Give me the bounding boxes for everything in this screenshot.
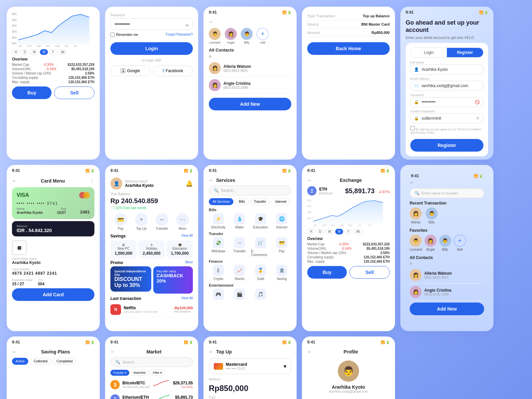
pay-action[interactable]: 💳 Pay	[114, 213, 127, 230]
filter-w[interactable]: W	[30, 49, 38, 55]
service-ent3[interactable]: 🎵	[251, 289, 270, 300]
service-saving[interactable]: 🏦 Saving	[272, 265, 292, 281]
more-action[interactable]: ⋯ More	[176, 213, 189, 230]
services-search[interactable]: 🔍 Search...	[209, 186, 291, 196]
show-password-icon[interactable]: 👁	[185, 23, 190, 28]
market-filter-filter[interactable]: Filter ▾	[150, 370, 165, 376]
service-electricity[interactable]: ⚡ Electricity	[209, 213, 228, 229]
card-name: Ararhika Kyoto	[17, 210, 43, 214]
exch-filter-all[interactable]: All	[353, 229, 362, 234]
service-internet[interactable]: 🌐 Internet	[272, 213, 292, 229]
right-panel-back[interactable]: ←	[410, 180, 414, 185]
exch-filter-y[interactable]: Y	[344, 229, 352, 234]
service-ent1[interactable]: 🎮	[209, 289, 228, 300]
pill-internet[interactable]: Internet	[271, 198, 290, 205]
right-add-new-button[interactable]: Add New	[410, 303, 484, 315]
add-card-button[interactable]: Add Card	[12, 288, 94, 301]
services-back-button[interactable]: ←	[209, 178, 213, 183]
login-button[interactable]: Login	[110, 42, 193, 55]
filter-all[interactable]: All	[58, 49, 67, 55]
service-withdraw[interactable]: 💸 Withdraw	[209, 237, 228, 257]
market-search[interactable]: 🔍 Search...	[110, 357, 193, 367]
tab-login[interactable]: Login	[411, 48, 447, 57]
remember-me-label[interactable]: Remember me	[110, 33, 138, 37]
saving-tab-completed[interactable]: Completed	[53, 358, 76, 365]
bitcoin-icon: ₿	[110, 380, 120, 389]
service-gold[interactable]: 🥇 Gold	[251, 265, 270, 281]
exch-volmkt-value: 2.50%	[380, 251, 390, 255]
card-back-button[interactable]: ←	[12, 178, 17, 184]
exch-sell-button[interactable]: Sell	[349, 266, 390, 279]
saving-tab-active[interactable]: Active	[12, 358, 28, 365]
exch-filter-h[interactable]: H	[307, 229, 315, 234]
market-title: Market	[146, 349, 161, 354]
market-back-button[interactable]: ←	[110, 349, 115, 354]
service-education[interactable]: 🎓 Education	[251, 213, 270, 229]
topup-action[interactable]: + Top Up	[135, 213, 148, 230]
fav-add[interactable]: + Add	[454, 235, 466, 251]
add-new-contact-button[interactable]: Add New	[209, 98, 291, 110]
tx-view-all[interactable]: View All	[181, 296, 193, 301]
sell-button[interactable]: Sell	[54, 86, 94, 99]
notification-icon[interactable]: 🔔	[186, 180, 193, 187]
market-filter-popular[interactable]: Popular ▾	[110, 370, 129, 376]
topup-back-button[interactable]: ←	[209, 349, 213, 354]
pill-all-services[interactable]: All Services	[209, 198, 233, 205]
card-more-icon[interactable]: ⋮	[89, 178, 94, 184]
svg-text:$2K: $2K	[12, 36, 17, 39]
exch-filter-d[interactable]: D	[316, 229, 324, 234]
search-icon: 🔍	[214, 188, 219, 193]
service-water[interactable]: 💧 Water	[230, 213, 249, 229]
contacts-back-button[interactable]: ←	[209, 19, 213, 25]
card-holder-name: Ararhika Kyoto	[12, 260, 94, 265]
filter-d[interactable]: D	[21, 49, 29, 55]
filter-m[interactable]: M	[40, 49, 48, 55]
exch-buy-button[interactable]: Buy	[307, 266, 347, 279]
right-search[interactable]: 🔍 Enter name or number	[410, 188, 484, 198]
forgot-password-link[interactable]: Forgot Password?	[166, 33, 193, 37]
fav-add-circle[interactable]: +	[454, 235, 466, 247]
contact-watson-name: Alleria Watson	[223, 64, 251, 69]
service-ent2[interactable]: 🎬	[230, 289, 249, 300]
pill-bills[interactable]: Bills	[235, 198, 248, 205]
hide-password-icon[interactable]: 🚫	[475, 100, 480, 104]
saving-back-button[interactable]: ←	[12, 349, 17, 354]
exch-filter-w[interactable]: W	[325, 229, 333, 234]
card-menu-card: 9:41 📶 🔋 ← Card Menu ⋮ VISA •••• •••• ••…	[7, 165, 100, 331]
password-input[interactable]	[110, 18, 193, 30]
transfer-action[interactable]: ↔ Transfer	[156, 213, 168, 230]
show-confirm-icon[interactable]: 👁	[476, 116, 480, 121]
market-filter-watchlist[interactable]: Watchlist	[131, 370, 149, 376]
facebook-login-button[interactable]: f Facebook	[153, 66, 193, 76]
filter-h[interactable]: H	[12, 49, 20, 55]
service-transfer[interactable]: ↔ Transfer	[230, 237, 249, 257]
service-stocks[interactable]: 📈 Stocks	[230, 265, 249, 281]
service-crypto[interactable]: ₿ Crypto	[209, 265, 228, 281]
savings-view-all[interactable]: View All	[181, 234, 193, 238]
profile-back-button[interactable]: ←	[307, 349, 312, 354]
back-home-button[interactable]: Back Home	[307, 42, 390, 55]
pill-transfer[interactable]: Transfer	[250, 198, 270, 205]
exch-vol-change: -5.54%	[341, 247, 352, 250]
buy-button[interactable]: Buy	[12, 86, 52, 99]
exch-filter-m[interactable]: M	[335, 229, 343, 234]
terms-checkbox[interactable]	[410, 126, 415, 130]
contact-row-cristina: 👩 Angie Cristina 0832-5515-1908	[209, 77, 291, 94]
tab-register[interactable]: Register	[447, 48, 483, 57]
saving-tab-collected[interactable]: Collected	[30, 358, 51, 365]
mastercard-selector[interactable]: Mastercard •••• •••• 31/41 ▾	[209, 358, 291, 374]
exchange-back-button[interactable]: ←	[307, 178, 312, 183]
service-pay[interactable]: 💳 Pay	[272, 237, 292, 257]
edit-profile-item[interactable]: 👤 Edit Profile ›	[302, 396, 395, 399]
volume-change: -5.54%	[46, 67, 57, 71]
transfer-label: Transfer	[209, 232, 291, 236]
register-button[interactable]: Register	[410, 139, 483, 152]
fav-angie-avatar: 👩	[425, 235, 437, 247]
promo-more[interactable]: More	[185, 260, 193, 265]
add-contact-circle[interactable]: +	[257, 28, 269, 40]
topup-status-icons: 📶 🔋	[282, 340, 291, 344]
remember-me-checkbox[interactable]	[110, 33, 115, 37]
google-login-button[interactable]: 🇬 Google	[110, 66, 150, 76]
service-ecommerce[interactable]: 🛒 E-Commerce	[251, 237, 270, 257]
filter-y[interactable]: Y	[49, 49, 57, 55]
